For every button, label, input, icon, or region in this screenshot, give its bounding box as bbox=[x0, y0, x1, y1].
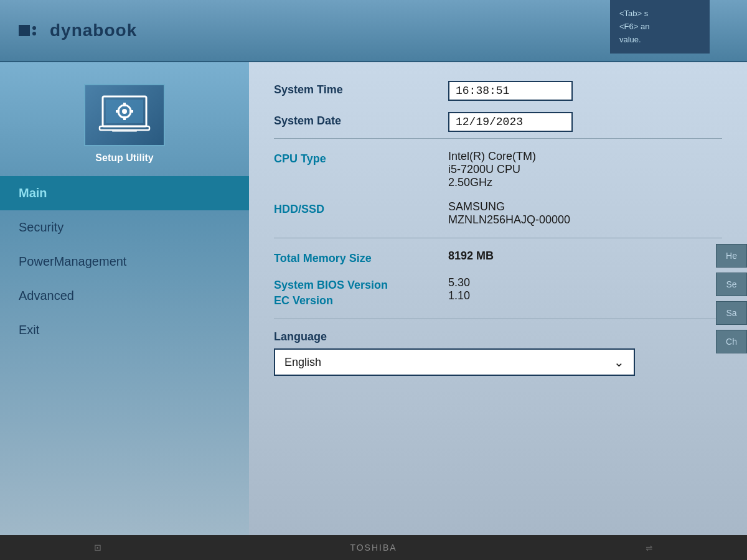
sidebar-item-advanced[interactable]: Advanced bbox=[0, 279, 249, 313]
sidebar-item-main[interactable]: Main bbox=[0, 176, 249, 210]
sidebar: Setup Utility Main Security PowerManagem… bbox=[0, 62, 249, 535]
bottom-bar: ⊡ TOSHIBA ⇌ bbox=[0, 535, 747, 560]
hint-box: <Tab> s <F6> an value. bbox=[610, 0, 710, 54]
content-panel: System Time 16:38:51 System Date 12/19/2… bbox=[249, 62, 747, 535]
sidebar-item-power[interactable]: PowerManagement bbox=[0, 245, 249, 279]
hint-line3: value. bbox=[619, 35, 641, 44]
hdd-value: SAMSUNGMZNLN256HAJQ-00000 bbox=[448, 200, 570, 226]
svg-point-3 bbox=[122, 109, 127, 114]
language-select[interactable]: English ⌄ bbox=[274, 348, 635, 376]
divider-3 bbox=[274, 319, 722, 319]
bios-ec-row: System BIOS Version EC Version 5.30 1.10 bbox=[274, 276, 722, 307]
memory-label: Total Memory Size bbox=[274, 250, 448, 265]
select-button[interactable]: Se bbox=[716, 273, 747, 296]
sidebar-item-security[interactable]: Security bbox=[0, 210, 249, 245]
cpu-type-row: CPU Type Intel(R) Core(TM)i5-7200U CPU2.… bbox=[274, 150, 722, 189]
save-button[interactable]: Sa bbox=[716, 301, 747, 325]
setup-icon-box bbox=[84, 84, 165, 146]
hint-line1: <Tab> s bbox=[619, 9, 648, 18]
brand-name: dynabook bbox=[50, 21, 137, 40]
svg-rect-9 bbox=[112, 130, 137, 132]
language-section: Language English ⌄ bbox=[274, 330, 722, 376]
language-label: Language bbox=[274, 330, 722, 343]
cpu-type-label: CPU Type bbox=[274, 150, 448, 166]
svg-rect-5 bbox=[123, 116, 126, 120]
setup-icon-area: Setup Utility bbox=[0, 75, 249, 176]
svg-rect-6 bbox=[116, 110, 120, 113]
main-content: Setup Utility Main Security PowerManagem… bbox=[0, 62, 747, 535]
svg-rect-7 bbox=[129, 110, 133, 113]
brand-logo-icon bbox=[19, 21, 44, 40]
right-buttons: He Se Sa Ch bbox=[716, 244, 747, 353]
hdd-row: HDD/SSD SAMSUNGMZNLN256HAJQ-00000 bbox=[274, 200, 722, 226]
hdd-label: HDD/SSD bbox=[274, 200, 448, 216]
memory-row: Total Memory Size 8192 MB bbox=[274, 250, 722, 265]
system-time-label: System Time bbox=[274, 81, 448, 96]
top-bar: dynabook <Tab> s <F6> an value. bbox=[0, 0, 747, 62]
ec-label: EC Version bbox=[274, 292, 448, 307]
help-button[interactable]: He bbox=[716, 244, 747, 268]
bios-label: System BIOS Version bbox=[274, 276, 448, 292]
system-date-input[interactable]: 12/19/2023 bbox=[448, 112, 573, 132]
language-selected-value: English bbox=[284, 356, 321, 369]
bottom-icon-right: ⇌ bbox=[646, 541, 653, 554]
chevron-down-icon: ⌄ bbox=[614, 355, 624, 370]
setup-utility-label: Setup Utility bbox=[95, 152, 153, 164]
system-time-row: System Time 16:38:51 bbox=[274, 81, 722, 101]
memory-value: 8192 MB bbox=[448, 250, 494, 263]
system-date-label: System Date bbox=[274, 112, 448, 128]
change-button[interactable]: Ch bbox=[716, 330, 747, 353]
svg-rect-8 bbox=[100, 126, 149, 130]
bottom-brand: TOSHIBA bbox=[350, 543, 397, 553]
ec-value: 1.10 bbox=[448, 289, 470, 302]
bios-value: 5.30 bbox=[448, 276, 470, 289]
divider-2 bbox=[274, 238, 722, 238]
svg-rect-4 bbox=[123, 103, 126, 106]
divider-1 bbox=[274, 138, 722, 139]
hint-line2: <F6> an bbox=[619, 22, 649, 31]
laptop-gear-icon bbox=[96, 93, 153, 137]
logo-area: dynabook bbox=[19, 21, 137, 40]
bottom-icon-left: ⊡ bbox=[95, 541, 101, 554]
cpu-type-value: Intel(R) Core(TM)i5-7200U CPU2.50GHz bbox=[448, 150, 536, 189]
sidebar-item-exit[interactable]: Exit bbox=[0, 313, 249, 347]
system-date-row: System Date 12/19/2023 bbox=[274, 112, 722, 132]
system-time-input[interactable]: 16:38:51 bbox=[448, 81, 573, 101]
